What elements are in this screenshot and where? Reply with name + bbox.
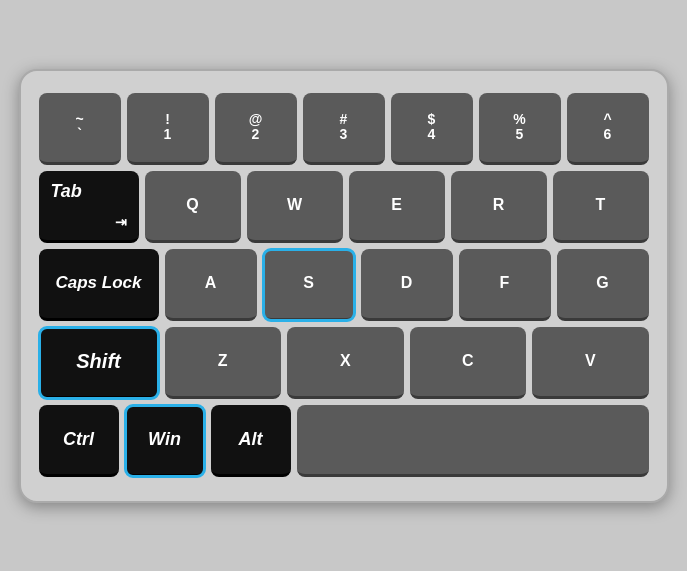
key-win[interactable]: Win — [125, 405, 205, 477]
key-shift[interactable]: Shift — [39, 327, 159, 399]
key-ctrl[interactable]: Ctrl — [39, 405, 119, 477]
key-capslock[interactable]: Caps Lock — [39, 249, 159, 321]
key-x[interactable]: X — [287, 327, 404, 399]
row-shift: Shift Z X C V — [39, 327, 649, 399]
key-c[interactable]: C — [410, 327, 527, 399]
key-r[interactable]: R — [451, 171, 547, 243]
keyboard: ~ ` ! 1 @ 2 # 3 $ 4 — [19, 69, 669, 503]
key-4[interactable]: $ 4 — [391, 93, 473, 165]
key-3[interactable]: # 3 — [303, 93, 385, 165]
key-q[interactable]: Q — [145, 171, 241, 243]
row-bottom: Ctrl Win Alt — [39, 405, 649, 477]
key-w[interactable]: W — [247, 171, 343, 243]
key-z[interactable]: Z — [165, 327, 282, 399]
key-space[interactable] — [297, 405, 649, 477]
key-g[interactable]: G — [557, 249, 649, 321]
key-5[interactable]: % 5 — [479, 93, 561, 165]
row-asdf: Caps Lock A S D F G — [39, 249, 649, 321]
key-s[interactable]: S — [263, 249, 355, 321]
key-f[interactable]: F — [459, 249, 551, 321]
row-numbers: ~ ` ! 1 @ 2 # 3 $ 4 — [39, 93, 649, 165]
key-1[interactable]: ! 1 — [127, 93, 209, 165]
row-qwerty: Tab ⇥ Q W E R T — [39, 171, 649, 243]
key-2[interactable]: @ 2 — [215, 93, 297, 165]
key-tab[interactable]: Tab ⇥ — [39, 171, 139, 243]
key-t[interactable]: T — [553, 171, 649, 243]
key-v[interactable]: V — [532, 327, 649, 399]
key-a[interactable]: A — [165, 249, 257, 321]
key-tilde[interactable]: ~ ` — [39, 93, 121, 165]
key-d[interactable]: D — [361, 249, 453, 321]
key-6[interactable]: ^ 6 — [567, 93, 649, 165]
key-alt[interactable]: Alt — [211, 405, 291, 477]
key-e[interactable]: E — [349, 171, 445, 243]
